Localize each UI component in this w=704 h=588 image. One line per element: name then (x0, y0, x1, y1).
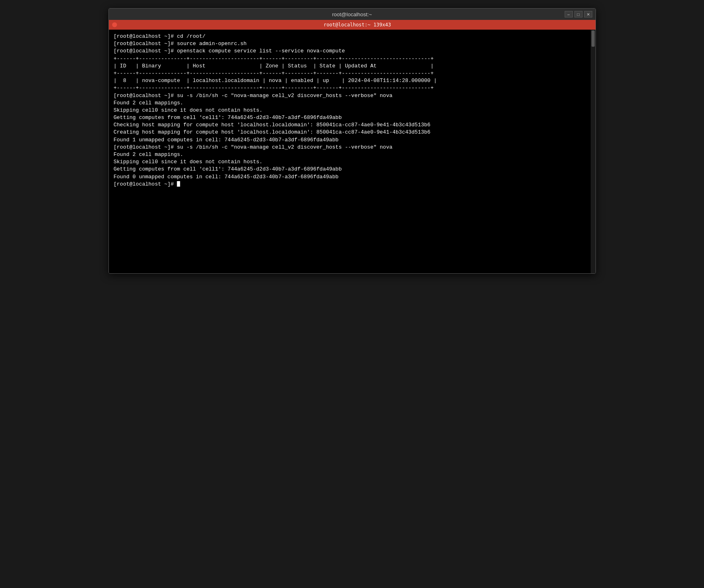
terminal-output[interactable]: [root@localhost ~]# cd /root/[root@local… (109, 30, 591, 273)
terminal-window: root@localhost:~ – □ ✕ root@localhost:~ … (108, 8, 596, 274)
window-title: root@localhost:~ (332, 11, 372, 17)
red-dot-icon (112, 22, 117, 27)
terminal-line: [root@localhost ~]# source admin-openrc.… (114, 40, 587, 48)
terminal-line: [root@localhost ~]# openstack compute se… (114, 48, 587, 55)
terminal-area: [root@localhost ~]# cd /root/[root@local… (109, 30, 596, 273)
minimize-button[interactable]: – (565, 11, 573, 17)
terminal-line: Getting computes from cell 'cell1': 744a… (114, 166, 587, 173)
close-button[interactable]: ✕ (584, 11, 592, 17)
window-controls: – □ ✕ (565, 11, 592, 17)
terminal-line: Found 1 unmapped computes in cell: 744a6… (114, 136, 587, 144)
terminal-line: Creating host mapping for compute host '… (114, 129, 587, 136)
terminal-subtitle: root@localhost:~ 139x43 (119, 22, 596, 28)
terminal-line: | 8 | nova-compute | localhost.localdoma… (114, 77, 587, 84)
terminal-line: Found 2 cell mappings. (114, 151, 587, 158)
terminal-line: [root@localhost ~]# su -s /bin/sh -c "no… (114, 92, 587, 99)
titlebar-top: root@localhost:~ – □ ✕ (109, 9, 596, 20)
restore-button[interactable]: □ (574, 11, 583, 17)
terminal-line: Skipping cell0 since it does not contain… (114, 158, 587, 166)
terminal-line: +------+---------------+----------------… (114, 70, 587, 77)
terminal-line: | ID | Binary | Host | Zone | Status | S… (114, 63, 587, 70)
terminal-line: +------+---------------+----------------… (114, 84, 587, 92)
titlebar-red: root@localhost:~ 139x43 (109, 20, 596, 30)
terminal-line: [root@localhost ~]# cd /root/ (114, 33, 587, 40)
terminal-line: Skipping cell0 since it does not contain… (114, 107, 587, 114)
scrollbar-thumb[interactable] (591, 30, 595, 47)
terminal-line: Found 0 unmapped computes in cell: 744a6… (114, 173, 587, 181)
scrollbar[interactable] (591, 30, 596, 273)
terminal-line: Checking host mapping for compute host '… (114, 121, 587, 129)
terminal-line: +------+---------------+----------------… (114, 55, 587, 63)
terminal-line: Getting computes from cell 'cell1': 744a… (114, 114, 587, 121)
terminal-line: Found 2 cell mappings. (114, 99, 587, 107)
terminal-line: [root@localhost ~]# su -s /bin/sh -c "no… (114, 144, 587, 151)
terminal-line: [root@localhost ~]# █ (114, 181, 587, 188)
